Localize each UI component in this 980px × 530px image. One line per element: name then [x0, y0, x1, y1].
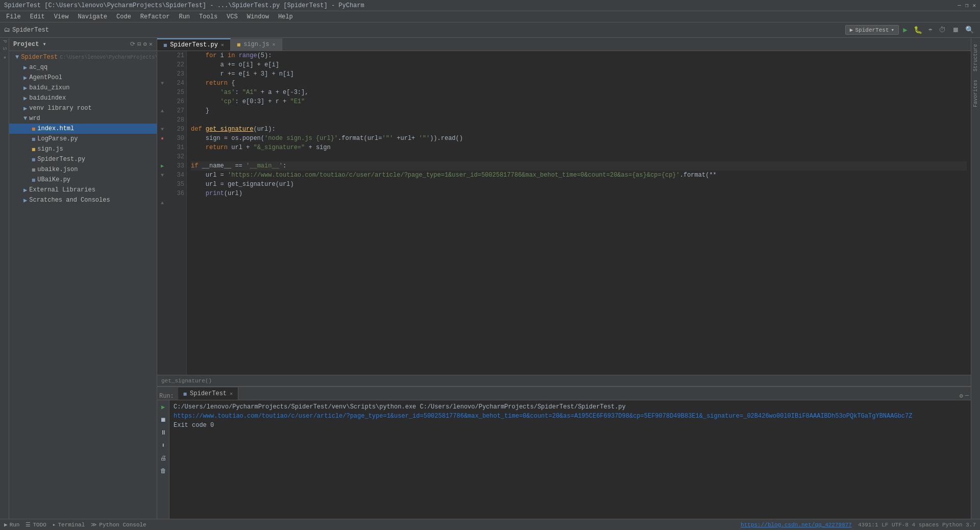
tree-item-index-html[interactable]: ◼ index.html [9, 124, 157, 134]
menu-edit[interactable]: Edit [26, 12, 49, 21]
function-hint: get_signature() [161, 378, 212, 384]
coverage-button[interactable]: ☂ [926, 26, 935, 34]
pause-button[interactable]: ⏸ [159, 428, 167, 438]
right-panel-strip: Structure Favorites [971, 38, 980, 519]
stop-button[interactable]: ⏹ [950, 26, 961, 34]
scroll-end-button[interactable]: ⬇ [160, 441, 166, 450]
menu-refactor[interactable]: Refactor [136, 12, 174, 21]
menu-view[interactable]: View [50, 12, 73, 21]
menu-code[interactable]: Code [112, 12, 135, 21]
menu-navigate[interactable]: Navigate [74, 12, 111, 21]
gutter-36-fold[interactable]: ▲ [157, 198, 167, 207]
tree-item-baiduindex[interactable]: ▶ baiduindex [9, 93, 157, 103]
project-tool-icon[interactable]: P [2, 40, 7, 43]
gutter-33-fold[interactable]: ▼ [157, 171, 167, 180]
rerun-button[interactable]: ▶ [160, 402, 166, 412]
menu-vcs[interactable]: VCS [223, 12, 242, 21]
folder-icon: ▼ [15, 54, 19, 61]
project-panel-header: Project ▾ ⟳ ⊟ ⚙ ✕ [9, 38, 157, 51]
file-icon: ◼ [32, 176, 35, 184]
linenum-26: 26 [169, 97, 184, 106]
structure-tool-icon[interactable]: S [2, 47, 7, 50]
tree-item-agentpool[interactable]: ▶ AgentPool [9, 73, 157, 83]
output-url[interactable]: https://www.toutiao.com/toutiao/c/user/a… [174, 413, 912, 420]
code-line-35: url = get_signature(url) [191, 180, 967, 189]
run-config-selector[interactable]: ▶ SpiderTest ▾ [845, 25, 899, 35]
run-tab-label: SpiderTest [190, 390, 227, 397]
todo-label: TODO [33, 522, 46, 528]
folder-icon: ▶ [23, 84, 27, 92]
code-line-24: return { [191, 79, 967, 88]
tree-item-spidertest-py[interactable]: ◼ SpiderTest.py [9, 154, 157, 164]
tree-item-baidu-zixun[interactable]: ▶ baidu_zixun [9, 83, 157, 93]
hide-panel-icon[interactable]: ✕ [149, 40, 153, 48]
menu-window[interactable]: Window [243, 12, 273, 21]
tab-close-icon[interactable]: ✕ [221, 42, 224, 48]
gutter-29-fold[interactable]: ▼ [157, 125, 167, 134]
menu-help[interactable]: Help [274, 12, 297, 21]
tree-item-logparse[interactable]: ◼ LogParse.py [9, 134, 157, 144]
run-tab-spidertest[interactable]: ◼ SpiderTest ✕ [178, 388, 238, 400]
tree-item-scratches[interactable]: ▶ Scratches and Consoles [9, 195, 157, 205]
linenum-32: 32 [169, 152, 184, 161]
todo-bottom-tab[interactable]: ☰ TODO [26, 521, 46, 528]
terminal-bottom-tab[interactable]: ▸ Terminal [53, 521, 85, 528]
tab-sign-js[interactable]: ◼ sign.js ✕ [231, 38, 282, 51]
structure-tab[interactable]: Structure [972, 42, 979, 74]
gutter-27-fold[interactable]: ▲ [157, 106, 167, 115]
python-console-tab[interactable]: ≫ Python Console [91, 521, 146, 528]
favorites-tab[interactable]: Favorites [972, 78, 979, 109]
tree-item-ubaike-py[interactable]: ◼ UBaiKe.py [9, 175, 157, 185]
code-editor[interactable]: ▼ ▲ ▼ ● ▶ ▼ ▲ [157, 51, 971, 375]
run-settings-icon[interactable]: ⚙ [960, 392, 963, 400]
run-bottom-tab[interactable]: ▶ Run [4, 521, 19, 528]
close-button[interactable]: ✕ [972, 2, 976, 9]
tree-item-wrd[interactable]: ▼ wrd [9, 113, 157, 124]
project-icon: 🗂 [4, 26, 10, 34]
output-line-2[interactable]: https://www.toutiao.com/toutiao/c/user/a… [174, 412, 967, 421]
status-link[interactable]: https://blog.csdn.net/qq_42279877 [741, 522, 852, 528]
tree-item-ubaike-json[interactable]: ◼ ubaike.json [9, 164, 157, 175]
minimize-button[interactable]: — [958, 2, 961, 9]
print-button[interactable]: 🖨 [159, 453, 167, 463]
tree-item-external-libs[interactable]: ▶ External Libraries [9, 185, 157, 195]
menu-file[interactable]: File [2, 12, 25, 21]
run-button[interactable]: ▶ [901, 26, 909, 34]
linenum-27: 27 [169, 106, 184, 115]
gutter-break-30[interactable]: ● [157, 134, 167, 143]
run-bottom-label: Run [10, 522, 20, 528]
search-everywhere-button[interactable]: 🔍 [963, 26, 976, 34]
item-label: External Libraries [29, 186, 95, 194]
project-panel-title: Project ▾ [13, 40, 46, 48]
linenum-25: 25 [169, 88, 184, 97]
tree-item-sign-js[interactable]: ◼ sign.js [9, 144, 157, 154]
gutter-icons: ▼ ▲ ▼ ● ▶ ▼ ▲ [157, 51, 167, 375]
sync-icon[interactable]: ⟳ [130, 40, 135, 48]
item-label: index.html [37, 125, 74, 132]
tree-item-ac_qq[interactable]: ▶ ac_qq [9, 62, 157, 73]
run-config-name: SpiderTest [855, 27, 889, 33]
tree-root[interactable]: ▼ SpiderTest C:\Users\lenovo\PycharmProj… [9, 52, 157, 62]
restore-button[interactable]: ❐ [965, 2, 969, 9]
profile-button[interactable]: ⏱ [937, 26, 948, 34]
tree-item-venv[interactable]: ▶ venv library root [9, 103, 157, 113]
run-minimize-icon[interactable]: — [965, 392, 969, 400]
project-selector[interactable]: 🗂 SpiderTest [4, 26, 49, 34]
favorites-tool-icon[interactable]: ★ [2, 54, 7, 60]
menu-run[interactable]: Run [175, 12, 194, 21]
tab-close-icon[interactable]: ✕ [273, 41, 276, 47]
gutter-24-fold[interactable]: ▼ [157, 79, 167, 88]
tab-spidertest-py[interactable]: ◼ SpiderTest.py ✕ [157, 38, 231, 51]
collapse-icon[interactable]: ⊟ [137, 40, 141, 48]
settings-icon[interactable]: ⚙ [143, 40, 147, 48]
folder-icon: ▶ [23, 64, 27, 71]
run-panel-icons: ⚙ — [960, 392, 971, 400]
linenum-21: 21 [169, 51, 184, 60]
code-lines[interactable]: for i in range(5): a += o[i] + e[i] r +=… [187, 51, 971, 375]
run-tab-close[interactable]: ✕ [230, 391, 233, 397]
stop-button[interactable]: ⏹ [159, 415, 167, 425]
debug-button[interactable]: 🐛 [912, 26, 924, 34]
clear-button[interactable]: 🗑 [159, 466, 167, 476]
menu-tools[interactable]: Tools [195, 12, 222, 21]
code-line-26: 'cp': e[0:3] + r + "E1" [191, 97, 967, 106]
